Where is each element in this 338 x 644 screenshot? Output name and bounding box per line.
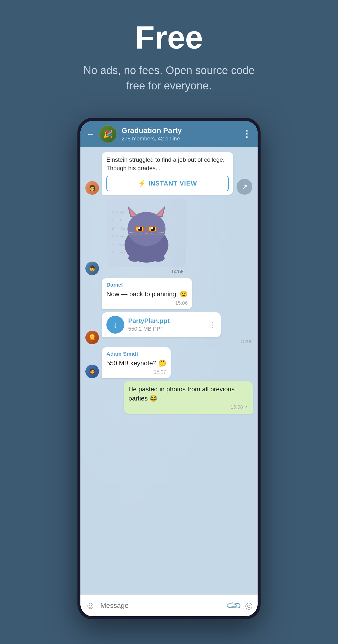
file-info: PartyPlan.ppt 550.2 MB PPT	[128, 317, 205, 332]
file-menu-button[interactable]: ⋮	[209, 320, 216, 329]
file-size: 550.2 MB PPT	[128, 326, 205, 332]
group-avatar: 🎉	[99, 125, 117, 143]
link-content: Einstein struggled to find a job out of …	[102, 152, 233, 195]
file-time: 15:06	[102, 338, 253, 344]
file-download-button[interactable]: ↓	[106, 316, 124, 334]
sticker-image: A = πr² V = l³ P = 2πr A = πr² s = √(r²+…	[107, 198, 186, 267]
phone-wrapper: ← 🎉 Graduation Party 278 members, 42 onl…	[72, 118, 266, 619]
hero-subtitle: No ads, no fees. Open source code free f…	[76, 63, 262, 93]
bubble-text: 550 MB keynote? 🤔	[106, 359, 166, 368]
group-members: 278 members, 42 online	[121, 136, 237, 142]
sender-name: Adam Smidt	[106, 351, 166, 357]
sticker-row: 👦 A = πr² V = l³ P = 2πr A = πr² s = √(r…	[85, 198, 253, 275]
svg-point-10	[138, 227, 140, 229]
avatar: 👩	[85, 181, 99, 195]
avatar: 👱	[85, 331, 99, 344]
bubble-time: 15:07	[106, 369, 166, 375]
link-bubble: Einstein struggled to find a job out of …	[102, 152, 233, 195]
share-icon: ↗	[242, 183, 247, 191]
sticker-area: A = πr² V = l³ P = 2πr A = πr² s = √(r²+…	[107, 198, 186, 275]
svg-point-9	[151, 226, 155, 232]
phone-screen: ← 🎉 Graduation Party 278 members, 42 onl…	[80, 121, 258, 616]
hero-section: Free No ads, no fees. Open source code f…	[0, 0, 338, 108]
download-icon: ↓	[113, 320, 117, 330]
read-check-icon: ✓	[244, 404, 248, 410]
sticker-time: 14:58	[169, 268, 186, 275]
attach-button[interactable]: 📎	[225, 597, 243, 614]
camera-button[interactable]: ◎	[245, 600, 253, 611]
message-row: Daniel Now — back to planning. 😉 15:06	[85, 278, 253, 309]
chat-header: ← 🎉 Graduation Party 278 members, 42 onl…	[80, 121, 258, 147]
chat-body: 👩 Einstein struggled to find a job out o…	[80, 147, 258, 594]
bubble-time: 15:08 ✓	[128, 404, 248, 410]
hero-title: Free	[135, 20, 203, 55]
text-bubble: Daniel Now — back to planning. 😉 15:06	[102, 278, 192, 309]
svg-point-11	[151, 227, 153, 229]
cat-sticker	[109, 200, 184, 265]
header-info: Graduation Party 278 members, 42 online	[121, 126, 237, 142]
bubble-text: Now — back to planning. 😉	[106, 290, 188, 298]
message-row: 👩 Einstein struggled to find a job out o…	[85, 152, 253, 195]
share-button[interactable]: ↗	[237, 179, 252, 195]
group-name: Graduation Party	[121, 126, 237, 135]
lightning-icon: ⚡	[138, 180, 146, 187]
message-row: 👱 ↓ PartyPlan.ppt 550.2 MB PPT ⋮	[85, 312, 253, 344]
instant-view-label: INSTANT VIEW	[148, 180, 197, 187]
header-menu-button[interactable]: ⋮	[242, 129, 252, 139]
phone-device: ← 🎉 Graduation Party 278 members, 42 onl…	[77, 118, 261, 619]
message-input-bar: ☺ 📎 ◎	[80, 594, 258, 616]
bubble-time: 15:06	[106, 300, 188, 306]
svg-point-23	[152, 255, 165, 262]
file-bubble: ↓ PartyPlan.ppt 550.2 MB PPT ⋮	[102, 312, 221, 337]
emoji-button[interactable]: ☺	[85, 600, 95, 611]
message-row-own: He pasted in photos from all previous pa…	[85, 381, 253, 414]
svg-point-8	[138, 226, 142, 232]
time-value: 15:08	[231, 404, 243, 410]
text-bubble: Adam Smidt 550 MB keynote? 🤔 15:07	[102, 347, 171, 378]
instant-view-button[interactable]: ⚡ INSTANT VIEW	[106, 176, 229, 191]
link-preview-text: Einstein struggled to find a job out of …	[106, 156, 229, 172]
group-avatar-image: 🎉	[99, 125, 117, 143]
message-row: 🧔 Adam Smidt 550 MB keynote? 🤔 15:07	[85, 347, 253, 378]
sender-name: Daniel	[106, 282, 188, 288]
avatar: 🧔	[85, 364, 99, 378]
bubble-text: He pasted in photos from all previous pa…	[128, 385, 248, 403]
back-button[interactable]: ←	[86, 130, 94, 139]
file-name: PartyPlan.ppt	[128, 317, 205, 325]
cat-svg	[109, 200, 184, 264]
message-input[interactable]	[100, 602, 223, 610]
svg-point-22	[128, 255, 141, 262]
own-message-bubble: He pasted in photos from all previous pa…	[124, 381, 253, 414]
avatar: 👦	[85, 262, 99, 275]
